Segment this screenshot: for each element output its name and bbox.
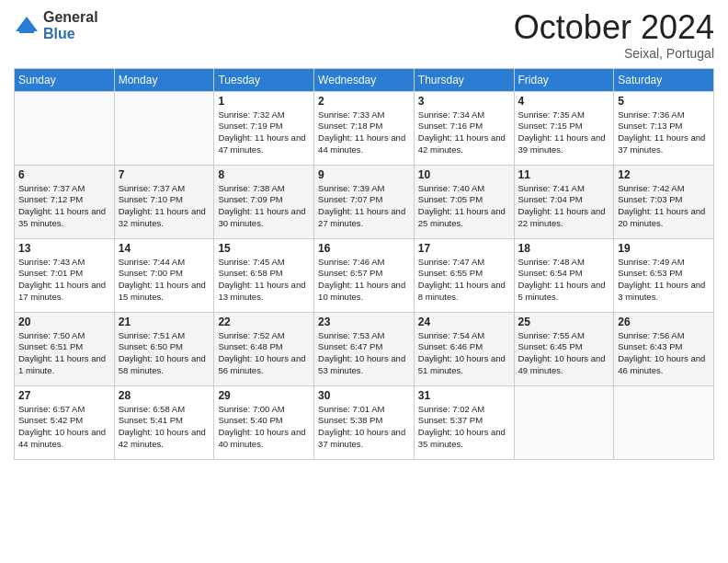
day-detail: Sunrise: 7:01 AMSunset: 5:38 PMDaylight:… (318, 404, 410, 451)
calendar-week-row: 6Sunrise: 7:37 AMSunset: 7:12 PMDaylight… (15, 165, 714, 238)
logo-text: General Blue (43, 9, 98, 41)
day-detail: Sunrise: 7:35 AMSunset: 7:15 PMDaylight:… (518, 109, 610, 156)
day-number: 20 (18, 316, 110, 328)
table-row: 29Sunrise: 7:00 AMSunset: 5:40 PMDayligh… (214, 385, 314, 459)
day-number: 27 (18, 389, 110, 402)
logo-blue: Blue (43, 26, 98, 42)
table-row: 31Sunrise: 7:02 AMSunset: 5:37 PMDayligh… (414, 385, 514, 459)
day-detail: Sunrise: 7:48 AMSunset: 6:54 PMDaylight:… (518, 257, 610, 304)
day-detail: Sunrise: 7:45 AMSunset: 6:58 PMDaylight:… (218, 257, 310, 304)
day-number: 3 (418, 95, 510, 108)
day-detail: Sunrise: 7:34 AMSunset: 7:16 PMDaylight:… (418, 109, 510, 156)
logo: General Blue (14, 9, 98, 41)
svg-marker-0 (16, 17, 38, 31)
svg-rect-1 (19, 29, 34, 33)
table-row: 24Sunrise: 7:54 AMSunset: 6:46 PMDayligh… (414, 312, 514, 385)
day-detail: Sunrise: 7:47 AMSunset: 6:55 PMDaylight:… (418, 257, 510, 304)
header-friday: Friday (514, 68, 614, 91)
header-tuesday: Tuesday (214, 68, 314, 91)
table-row: 20Sunrise: 7:50 AMSunset: 6:51 PMDayligh… (15, 312, 115, 385)
day-detail: Sunrise: 7:02 AMSunset: 5:37 PMDaylight:… (418, 404, 510, 451)
table-row: 27Sunrise: 6:57 AMSunset: 5:42 PMDayligh… (15, 385, 115, 459)
day-number: 26 (618, 316, 710, 328)
logo-general: General (43, 9, 98, 26)
calendar-week-row: 27Sunrise: 6:57 AMSunset: 5:42 PMDayligh… (15, 385, 714, 459)
table-row: 7Sunrise: 7:37 AMSunset: 7:10 PMDaylight… (114, 165, 214, 238)
day-detail: Sunrise: 7:51 AMSunset: 6:50 PMDaylight:… (119, 330, 210, 377)
day-number: 28 (119, 389, 210, 402)
day-number: 21 (119, 316, 210, 328)
day-detail: Sunrise: 6:58 AMSunset: 5:41 PMDaylight:… (119, 404, 210, 451)
table-row: 8Sunrise: 7:38 AMSunset: 7:09 PMDaylight… (214, 165, 314, 238)
day-number: 11 (518, 168, 610, 181)
table-row: 17Sunrise: 7:47 AMSunset: 6:55 PMDayligh… (414, 238, 514, 312)
table-row: 1Sunrise: 7:32 AMSunset: 7:19 PMDaylight… (214, 91, 314, 165)
day-detail: Sunrise: 7:39 AMSunset: 7:07 PMDaylight:… (318, 183, 410, 230)
day-number: 16 (318, 242, 410, 255)
day-detail: Sunrise: 7:38 AMSunset: 7:09 PMDaylight:… (218, 183, 310, 230)
day-detail: Sunrise: 7:50 AMSunset: 6:51 PMDaylight:… (18, 330, 110, 377)
calendar-page: General Blue October 2024 Seixal, Portug… (0, 0, 728, 563)
day-detail: Sunrise: 7:54 AMSunset: 6:46 PMDaylight:… (418, 330, 510, 377)
day-number: 23 (318, 316, 410, 328)
table-row: 23Sunrise: 7:53 AMSunset: 6:47 PMDayligh… (314, 312, 415, 385)
header-saturday: Saturday (614, 68, 714, 91)
day-detail: Sunrise: 7:42 AMSunset: 7:03 PMDaylight:… (618, 183, 710, 230)
logo-icon (14, 13, 40, 39)
weekday-header-row: Sunday Monday Tuesday Wednesday Thursday… (15, 68, 714, 91)
day-number: 22 (218, 316, 310, 328)
day-detail: Sunrise: 7:56 AMSunset: 6:43 PMDaylight:… (618, 330, 710, 377)
table-row (514, 385, 614, 459)
day-detail: Sunrise: 7:40 AMSunset: 7:05 PMDaylight:… (418, 183, 510, 230)
day-number: 19 (618, 242, 710, 255)
table-row (614, 385, 714, 459)
day-number: 15 (218, 242, 310, 255)
day-number: 14 (119, 242, 210, 255)
day-number: 1 (218, 95, 310, 108)
day-number: 4 (518, 95, 610, 108)
day-number: 24 (418, 316, 510, 328)
table-row: 11Sunrise: 7:41 AMSunset: 7:04 PMDayligh… (514, 165, 614, 238)
day-detail: Sunrise: 7:53 AMSunset: 6:47 PMDaylight:… (318, 330, 410, 377)
table-row: 21Sunrise: 7:51 AMSunset: 6:50 PMDayligh… (114, 312, 214, 385)
day-detail: Sunrise: 7:00 AMSunset: 5:40 PMDaylight:… (218, 404, 310, 451)
day-detail: Sunrise: 6:57 AMSunset: 5:42 PMDaylight:… (18, 404, 110, 451)
day-number: 10 (418, 168, 510, 181)
table-row: 6Sunrise: 7:37 AMSunset: 7:12 PMDaylight… (15, 165, 115, 238)
table-row: 26Sunrise: 7:56 AMSunset: 6:43 PMDayligh… (614, 312, 714, 385)
day-detail: Sunrise: 7:49 AMSunset: 6:53 PMDaylight:… (618, 257, 710, 304)
day-number: 17 (418, 242, 510, 255)
day-detail: Sunrise: 7:52 AMSunset: 6:48 PMDaylight:… (218, 330, 310, 377)
table-row: 22Sunrise: 7:52 AMSunset: 6:48 PMDayligh… (214, 312, 314, 385)
table-row: 4Sunrise: 7:35 AMSunset: 7:15 PMDaylight… (514, 91, 614, 165)
table-row: 16Sunrise: 7:46 AMSunset: 6:57 PMDayligh… (314, 238, 415, 312)
day-detail: Sunrise: 7:33 AMSunset: 7:18 PMDaylight:… (318, 109, 410, 156)
calendar-week-row: 13Sunrise: 7:43 AMSunset: 7:01 PMDayligh… (15, 238, 714, 312)
header-thursday: Thursday (414, 68, 514, 91)
calendar-week-row: 1Sunrise: 7:32 AMSunset: 7:19 PMDaylight… (15, 91, 714, 165)
table-row: 2Sunrise: 7:33 AMSunset: 7:18 PMDaylight… (314, 91, 415, 165)
table-row: 5Sunrise: 7:36 AMSunset: 7:13 PMDaylight… (614, 91, 714, 165)
day-number: 18 (518, 242, 610, 255)
location: Seixal, Portugal (514, 46, 714, 61)
title-section: October 2024 Seixal, Portugal (514, 9, 714, 61)
table-row: 14Sunrise: 7:44 AMSunset: 7:00 PMDayligh… (114, 238, 214, 312)
day-number: 31 (418, 389, 510, 402)
day-number: 6 (18, 168, 110, 181)
day-detail: Sunrise: 7:36 AMSunset: 7:13 PMDaylight:… (618, 109, 710, 156)
day-number: 8 (218, 168, 310, 181)
day-detail: Sunrise: 7:41 AMSunset: 7:04 PMDaylight:… (518, 183, 610, 230)
table-row (114, 91, 214, 165)
table-row: 18Sunrise: 7:48 AMSunset: 6:54 PMDayligh… (514, 238, 614, 312)
day-number: 9 (318, 168, 410, 181)
day-number: 7 (119, 168, 210, 181)
day-number: 2 (318, 95, 410, 108)
day-detail: Sunrise: 7:37 AMSunset: 7:12 PMDaylight:… (18, 183, 110, 230)
table-row: 30Sunrise: 7:01 AMSunset: 5:38 PMDayligh… (314, 385, 415, 459)
day-detail: Sunrise: 7:37 AMSunset: 7:10 PMDaylight:… (119, 183, 210, 230)
table-row: 13Sunrise: 7:43 AMSunset: 7:01 PMDayligh… (15, 238, 115, 312)
table-row: 12Sunrise: 7:42 AMSunset: 7:03 PMDayligh… (614, 165, 714, 238)
day-number: 13 (18, 242, 110, 255)
day-detail: Sunrise: 7:43 AMSunset: 7:01 PMDaylight:… (18, 257, 110, 304)
day-number: 30 (318, 389, 410, 402)
